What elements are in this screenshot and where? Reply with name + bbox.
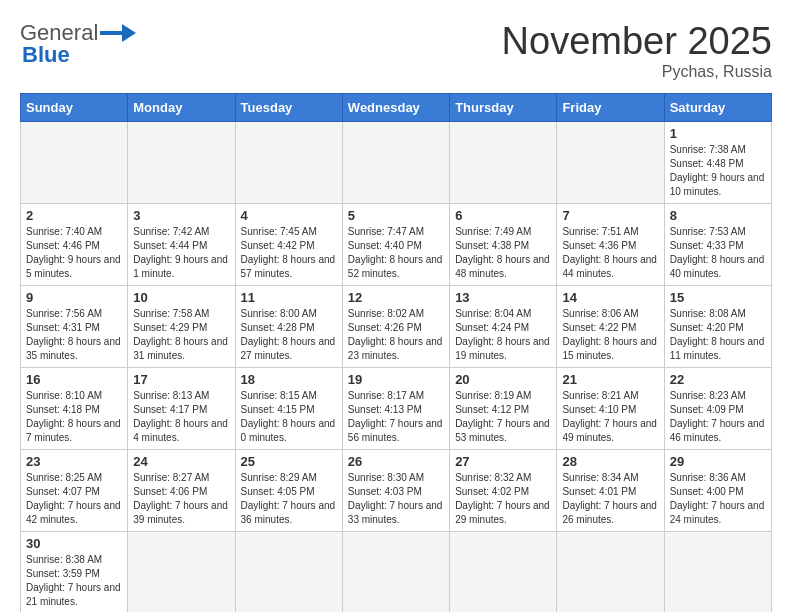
day-info: Sunrise: 8:29 AM Sunset: 4:05 PM Dayligh… [241,471,337,527]
day-number: 15 [670,290,766,305]
logo: General Blue [20,20,136,68]
day-cell-4-6: 29Sunrise: 8:36 AM Sunset: 4:00 PM Dayli… [664,450,771,532]
day-number: 27 [455,454,551,469]
day-info: Sunrise: 7:56 AM Sunset: 4:31 PM Dayligh… [26,307,122,363]
day-info: Sunrise: 8:30 AM Sunset: 4:03 PM Dayligh… [348,471,444,527]
day-cell-1-5: 7Sunrise: 7:51 AM Sunset: 4:36 PM Daylig… [557,204,664,286]
day-number: 14 [562,290,658,305]
day-info: Sunrise: 8:00 AM Sunset: 4:28 PM Dayligh… [241,307,337,363]
header-saturday: Saturday [664,94,771,122]
day-info: Sunrise: 8:13 AM Sunset: 4:17 PM Dayligh… [133,389,229,445]
day-number: 24 [133,454,229,469]
day-info: Sunrise: 8:02 AM Sunset: 4:26 PM Dayligh… [348,307,444,363]
day-info: Sunrise: 8:19 AM Sunset: 4:12 PM Dayligh… [455,389,551,445]
day-cell-0-2 [235,122,342,204]
day-cell-5-4 [450,532,557,613]
day-number: 5 [348,208,444,223]
day-number: 7 [562,208,658,223]
day-info: Sunrise: 8:32 AM Sunset: 4:02 PM Dayligh… [455,471,551,527]
week-row-2: 9Sunrise: 7:56 AM Sunset: 4:31 PM Daylig… [21,286,772,368]
day-cell-0-1 [128,122,235,204]
day-info: Sunrise: 8:15 AM Sunset: 4:15 PM Dayligh… [241,389,337,445]
day-cell-2-3: 12Sunrise: 8:02 AM Sunset: 4:26 PM Dayli… [342,286,449,368]
day-info: Sunrise: 8:10 AM Sunset: 4:18 PM Dayligh… [26,389,122,445]
day-number: 9 [26,290,122,305]
svg-rect-0 [100,31,124,35]
day-number: 28 [562,454,658,469]
day-info: Sunrise: 7:40 AM Sunset: 4:46 PM Dayligh… [26,225,122,281]
day-info: Sunrise: 7:51 AM Sunset: 4:36 PM Dayligh… [562,225,658,281]
day-info: Sunrise: 8:06 AM Sunset: 4:22 PM Dayligh… [562,307,658,363]
day-cell-1-1: 3Sunrise: 7:42 AM Sunset: 4:44 PM Daylig… [128,204,235,286]
day-info: Sunrise: 7:38 AM Sunset: 4:48 PM Dayligh… [670,143,766,199]
logo-arrow-icon [100,22,136,44]
day-cell-2-4: 13Sunrise: 8:04 AM Sunset: 4:24 PM Dayli… [450,286,557,368]
day-number: 11 [241,290,337,305]
day-number: 10 [133,290,229,305]
page-header: General Blue November 2025 Pychas, Russi… [20,20,772,81]
day-number: 26 [348,454,444,469]
day-cell-3-2: 18Sunrise: 8:15 AM Sunset: 4:15 PM Dayli… [235,368,342,450]
day-number: 22 [670,372,766,387]
day-cell-4-5: 28Sunrise: 8:34 AM Sunset: 4:01 PM Dayli… [557,450,664,532]
day-number: 30 [26,536,122,551]
day-cell-0-0 [21,122,128,204]
week-row-3: 16Sunrise: 8:10 AM Sunset: 4:18 PM Dayli… [21,368,772,450]
day-number: 16 [26,372,122,387]
day-cell-5-5 [557,532,664,613]
day-info: Sunrise: 8:34 AM Sunset: 4:01 PM Dayligh… [562,471,658,527]
day-info: Sunrise: 8:04 AM Sunset: 4:24 PM Dayligh… [455,307,551,363]
day-number: 2 [26,208,122,223]
day-info: Sunrise: 7:58 AM Sunset: 4:29 PM Dayligh… [133,307,229,363]
day-cell-3-0: 16Sunrise: 8:10 AM Sunset: 4:18 PM Dayli… [21,368,128,450]
day-info: Sunrise: 7:53 AM Sunset: 4:33 PM Dayligh… [670,225,766,281]
day-info: Sunrise: 8:38 AM Sunset: 3:59 PM Dayligh… [26,553,122,609]
day-number: 25 [241,454,337,469]
day-number: 3 [133,208,229,223]
day-number: 23 [26,454,122,469]
day-cell-4-0: 23Sunrise: 8:25 AM Sunset: 4:07 PM Dayli… [21,450,128,532]
day-number: 8 [670,208,766,223]
day-number: 12 [348,290,444,305]
day-info: Sunrise: 7:42 AM Sunset: 4:44 PM Dayligh… [133,225,229,281]
day-cell-5-2 [235,532,342,613]
week-row-1: 2Sunrise: 7:40 AM Sunset: 4:46 PM Daylig… [21,204,772,286]
svg-marker-1 [122,24,136,42]
day-number: 18 [241,372,337,387]
day-number: 19 [348,372,444,387]
day-cell-2-5: 14Sunrise: 8:06 AM Sunset: 4:22 PM Dayli… [557,286,664,368]
day-number: 1 [670,126,766,141]
day-cell-5-3 [342,532,449,613]
day-info: Sunrise: 8:08 AM Sunset: 4:20 PM Dayligh… [670,307,766,363]
day-cell-1-3: 5Sunrise: 7:47 AM Sunset: 4:40 PM Daylig… [342,204,449,286]
day-info: Sunrise: 8:36 AM Sunset: 4:00 PM Dayligh… [670,471,766,527]
week-row-0: 1Sunrise: 7:38 AM Sunset: 4:48 PM Daylig… [21,122,772,204]
day-info: Sunrise: 8:23 AM Sunset: 4:09 PM Dayligh… [670,389,766,445]
day-cell-3-3: 19Sunrise: 8:17 AM Sunset: 4:13 PM Dayli… [342,368,449,450]
day-cell-4-1: 24Sunrise: 8:27 AM Sunset: 4:06 PM Dayli… [128,450,235,532]
day-info: Sunrise: 8:17 AM Sunset: 4:13 PM Dayligh… [348,389,444,445]
day-cell-1-4: 6Sunrise: 7:49 AM Sunset: 4:38 PM Daylig… [450,204,557,286]
day-cell-5-6 [664,532,771,613]
calendar-table: Sunday Monday Tuesday Wednesday Thursday… [20,93,772,612]
day-cell-0-5 [557,122,664,204]
day-cell-3-6: 22Sunrise: 8:23 AM Sunset: 4:09 PM Dayli… [664,368,771,450]
day-number: 29 [670,454,766,469]
day-info: Sunrise: 7:49 AM Sunset: 4:38 PM Dayligh… [455,225,551,281]
day-info: Sunrise: 7:47 AM Sunset: 4:40 PM Dayligh… [348,225,444,281]
location: Pychas, Russia [502,63,772,81]
header-thursday: Thursday [450,94,557,122]
day-cell-0-4 [450,122,557,204]
day-cell-1-2: 4Sunrise: 7:45 AM Sunset: 4:42 PM Daylig… [235,204,342,286]
day-info: Sunrise: 8:21 AM Sunset: 4:10 PM Dayligh… [562,389,658,445]
day-cell-0-3 [342,122,449,204]
day-number: 13 [455,290,551,305]
week-row-5: 30Sunrise: 8:38 AM Sunset: 3:59 PM Dayli… [21,532,772,613]
day-cell-4-3: 26Sunrise: 8:30 AM Sunset: 4:03 PM Dayli… [342,450,449,532]
week-row-4: 23Sunrise: 8:25 AM Sunset: 4:07 PM Dayli… [21,450,772,532]
header-monday: Monday [128,94,235,122]
day-cell-4-4: 27Sunrise: 8:32 AM Sunset: 4:02 PM Dayli… [450,450,557,532]
day-cell-3-4: 20Sunrise: 8:19 AM Sunset: 4:12 PM Dayli… [450,368,557,450]
day-cell-3-5: 21Sunrise: 8:21 AM Sunset: 4:10 PM Dayli… [557,368,664,450]
day-cell-2-0: 9Sunrise: 7:56 AM Sunset: 4:31 PM Daylig… [21,286,128,368]
